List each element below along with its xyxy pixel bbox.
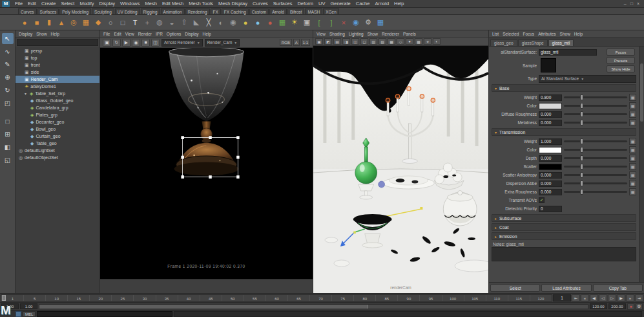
- transport-button[interactable]: ◀: [590, 294, 598, 301]
- tool-button[interactable]: ↻: [2, 85, 14, 96]
- outliner-item[interactable]: ◆ Table_geo: [16, 140, 99, 147]
- shelf-icon[interactable]: ■: [32, 17, 42, 28]
- shelf-icon[interactable]: ▣: [302, 17, 312, 28]
- viewport-canvas[interactable]: renderCam: [313, 46, 488, 293]
- transport-button[interactable]: ◁: [599, 294, 607, 301]
- current-frame-field[interactable]: 1: [553, 294, 571, 301]
- layout-button[interactable]: ◧: [2, 142, 14, 153]
- outliner-item[interactable]: ◆ Bowl_geo: [16, 126, 99, 133]
- viewport-menu-item[interactable]: Lighting: [349, 32, 364, 36]
- outliner-item[interactable]: ◈ Plates_grp: [16, 111, 99, 118]
- window-control-button[interactable]: □: [630, 1, 633, 6]
- value-field[interactable]: 0.000: [539, 111, 562, 118]
- attribute-editor-menu-item[interactable]: Selected: [503, 32, 519, 36]
- shelf-icon[interactable]: ▮: [44, 17, 54, 28]
- attribute-slider[interactable]: [564, 113, 627, 115]
- outliner-item[interactable]: ▣ front: [16, 61, 99, 69]
- shelf-tab[interactable]: Custom: [249, 8, 269, 14]
- attribute-slider[interactable]: [564, 191, 627, 193]
- shelf-tab[interactable]: MASH: [305, 8, 322, 14]
- node-tab[interactable]: glass_mtl: [548, 39, 574, 46]
- shelf-icon[interactable]: [: [314, 17, 324, 28]
- render-view-tool-icon[interactable]: ▶: [122, 39, 130, 47]
- side-button[interactable]: Presets: [607, 57, 635, 64]
- command-language-toggle[interactable]: MEL: [23, 311, 36, 317]
- attribute-slider[interactable]: [564, 122, 627, 124]
- range-slider[interactable]: [39, 304, 588, 309]
- shelf-icon[interactable]: ⇧: [179, 17, 189, 28]
- shelf-tab[interactable]: Sculpting: [92, 8, 114, 14]
- value-field[interactable]: 0.000: [539, 155, 562, 162]
- menu-item[interactable]: File: [12, 1, 25, 6]
- menu-item[interactable]: Deform: [295, 1, 316, 6]
- value-field[interactable]: 1.000: [539, 138, 562, 145]
- value-field[interactable]: 0.000: [539, 172, 562, 179]
- script-editor-icon[interactable]: [16, 311, 21, 317]
- outliner-item[interactable]: ◆ Glass_Goblet_geo: [16, 97, 99, 104]
- current-time-marker[interactable]: [2, 295, 6, 301]
- texture-map-button[interactable]: ▦: [629, 102, 636, 109]
- outliner-item[interactable]: ☀ aiSkyDome1: [16, 83, 99, 90]
- layout-button[interactable]: ⊞: [2, 129, 14, 140]
- render-camera-dropdown[interactable]: Render_Cam▼: [205, 39, 240, 47]
- animation-preferences-icon[interactable]: ⚙: [636, 303, 643, 310]
- shelf-icon[interactable]: ☀: [289, 17, 300, 28]
- viewport-tool-icon[interactable]: ◫: [351, 38, 359, 45]
- shelf-icon[interactable]: ◎: [68, 17, 79, 28]
- render-view-menu-item[interactable]: Display: [185, 32, 198, 36]
- menu-item[interactable]: Select: [59, 1, 78, 6]
- attribute-slider[interactable]: [564, 105, 627, 107]
- texture-map-button[interactable]: ▦: [629, 94, 636, 101]
- shelf-icon[interactable]: ◉: [228, 17, 238, 28]
- value-field[interactable]: 0.000: [539, 180, 562, 187]
- value-field[interactable]: 0.800: [539, 94, 562, 101]
- outliner-item[interactable]: ◈ Candelabra_grp: [16, 104, 99, 111]
- render-view-menu-item[interactable]: File: [103, 32, 110, 36]
- playback-start-field[interactable]: 1.00: [20, 303, 37, 309]
- viewport-tool-icon[interactable]: ▧: [379, 38, 386, 45]
- viewport-menu-item[interactable]: Show: [368, 32, 378, 36]
- outliner-item[interactable]: ▣ Render_Cam: [16, 76, 99, 83]
- layout-button[interactable]: ◱: [2, 155, 14, 166]
- color-swatch[interactable]: [539, 103, 562, 109]
- render-view-tool-icon[interactable]: ◫: [151, 39, 160, 47]
- viewport-tool-icon[interactable]: ☀: [424, 38, 431, 45]
- shelf-tab[interactable]: Animation: [161, 8, 185, 14]
- menu-item[interactable]: Generate: [327, 1, 353, 6]
- shelf-tab[interactable]: Rigging: [141, 8, 160, 14]
- value-field[interactable]: 0: [539, 206, 562, 212]
- node-tab[interactable]: glass_geo: [490, 39, 517, 46]
- collapsed-section-header[interactable]: ▸ Emission: [492, 232, 636, 240]
- tool-button[interactable]: ✎: [2, 59, 14, 70]
- playback-end-field[interactable]: 120.00: [590, 303, 607, 309]
- attribute-editor-menu-item[interactable]: Help: [574, 32, 583, 36]
- shelf-icon[interactable]: ╳: [203, 17, 214, 28]
- texture-map-button[interactable]: ▦: [629, 188, 636, 195]
- window-control-button[interactable]: ×: [637, 1, 639, 6]
- shelf-tab[interactable]: FX Caching: [222, 8, 249, 14]
- menu-item[interactable]: Help: [391, 1, 406, 6]
- value-field[interactable]: 0.000: [539, 189, 562, 195]
- menu-item[interactable]: Mesh Tools: [186, 1, 216, 6]
- outliner-menu-item[interactable]: Show: [36, 32, 47, 36]
- base-section-header[interactable]: ▾ Base: [492, 84, 636, 92]
- collapsed-section-header[interactable]: ▸ Coat: [492, 223, 636, 231]
- attribute-slider[interactable]: [564, 174, 627, 176]
- outliner-item[interactable]: ▣ persp: [16, 47, 99, 54]
- texture-map-button[interactable]: ▦: [629, 163, 636, 170]
- attribute-slider[interactable]: [564, 140, 627, 142]
- shelf-icon[interactable]: ◉: [351, 17, 361, 28]
- tool-button[interactable]: ↖: [2, 33, 14, 44]
- viewport-menu-item[interactable]: View: [317, 32, 326, 36]
- shelf-tab[interactable]: Poly Modeling: [59, 8, 91, 14]
- shelf-icon[interactable]: ⚙: [363, 17, 373, 28]
- menu-item[interactable]: Arnold: [372, 1, 391, 6]
- menu-item[interactable]: Edit: [25, 1, 39, 6]
- texture-map-button[interactable]: ▦: [629, 146, 636, 153]
- transport-button[interactable]: ⇥: [635, 294, 643, 301]
- outliner-menu-item[interactable]: Help: [51, 32, 59, 36]
- shelf-icon[interactable]: ▦: [277, 17, 287, 28]
- shelf-icon[interactable]: ×: [338, 17, 349, 28]
- tool-button[interactable]: ⊕: [2, 72, 14, 83]
- texture-map-button[interactable]: ▦: [629, 111, 636, 118]
